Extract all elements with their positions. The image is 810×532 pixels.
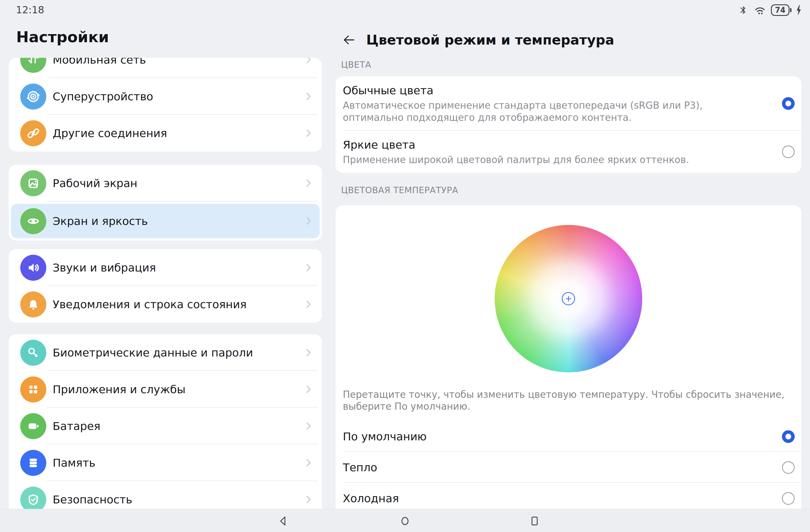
chevron-right-icon [303, 385, 311, 393]
detail-title: Цветовой режим и температура [366, 32, 614, 48]
super-device-icon [20, 84, 46, 110]
status-bar: 12:18 74 [0, 0, 810, 20]
sidebar-item-memory[interactable]: Память [9, 444, 322, 481]
radio-vivid-colors[interactable] [782, 146, 795, 158]
notifications-icon [20, 292, 46, 317]
wheel-hint-text: Перетащите точку, чтобы изменить цветову… [343, 388, 794, 412]
battery-settings-icon [20, 413, 46, 439]
option-vivid-colors[interactable]: Яркие цвета Применение широкой цветовой … [336, 131, 801, 173]
display-brightness-icon [20, 208, 46, 234]
chevron-right-icon [303, 217, 311, 225]
chevron-right-icon [303, 264, 311, 271]
detail-header: Цветовой режим и температура [336, 29, 801, 51]
wheel-marker[interactable]: + [562, 292, 575, 305]
sidebar-card-sound: Звуки и вибрация Уведомления и строка со… [9, 249, 322, 323]
security-shield-icon [20, 487, 46, 509]
memory-icon [20, 450, 46, 476]
nav-home-circle-icon [398, 514, 412, 528]
clock: 12:18 [16, 4, 44, 16]
nav-back-triangle-icon [277, 514, 290, 528]
color-temperature-card: + Перетащите точку, чтобы изменить цвето… [336, 205, 801, 509]
option-normal-colors[interactable]: Обычные цвета Автоматическое применение … [336, 76, 801, 131]
section-header-temperature: ЦВЕТОВАЯ ТЕМПЕРАТУРА [341, 185, 801, 196]
chevron-right-icon [303, 129, 311, 137]
option-default-temp[interactable]: По умолчанию [336, 421, 801, 452]
home-screen-icon [20, 170, 46, 196]
settings-sidebar: Настройки Мобильная сеть Суперустройство [9, 20, 322, 509]
color-mode-card: Обычные цвета Автоматическое применение … [336, 76, 801, 173]
nav-home-button[interactable] [398, 514, 412, 528]
apps-services-icon [20, 377, 46, 402]
sidebar-item-home-screen[interactable]: Рабочий экран [9, 165, 322, 201]
battery-percent: 74 [771, 4, 790, 16]
detail-pane: Цветовой режим и температура ЦВЕТА Обычн… [336, 20, 801, 509]
sidebar-item-apps-services[interactable]: Приложения и службы [9, 371, 322, 408]
navigation-bar [0, 509, 810, 532]
battery-nub [790, 8, 792, 12]
sidebar-item-other-connections[interactable]: Другие соединения [9, 115, 322, 151]
chevron-right-icon [303, 422, 311, 430]
chevron-right-icon [303, 496, 311, 503]
sidebar-item-battery[interactable]: Батарея [9, 408, 322, 444]
other-connections-icon [20, 120, 46, 146]
page-title: Настройки [16, 28, 322, 58]
back-button[interactable] [340, 32, 356, 48]
sidebar-item-mobile-network[interactable]: Мобильная сеть [9, 58, 322, 78]
wifi-icon [753, 3, 767, 17]
nav-back-button[interactable] [277, 514, 290, 528]
bluetooth-icon [738, 3, 749, 17]
sidebar-card-display: Рабочий экран Экран и яркость [9, 165, 322, 240]
battery-indicator: 74 [771, 4, 792, 16]
chevron-right-icon [303, 58, 311, 64]
option-cold-temp[interactable]: Холодная [336, 483, 801, 509]
mobile-network-icon [20, 58, 46, 73]
color-temperature-wheel[interactable]: + [495, 225, 642, 372]
chevron-right-icon [303, 300, 311, 308]
sidebar-item-sound-vibration[interactable]: Звуки и вибрация [9, 249, 322, 286]
radio-cold-temp[interactable] [782, 492, 795, 505]
nav-recents-button[interactable] [528, 514, 541, 528]
chevron-right-icon [303, 459, 311, 467]
biometrics-icon [20, 340, 46, 366]
radio-warm-temp[interactable] [782, 461, 795, 474]
nav-recents-square-icon [528, 514, 541, 528]
sidebar-item-security[interactable]: Безопасность [9, 481, 322, 509]
selected-item-highlight: Экран и яркость [11, 204, 320, 238]
main-area: Настройки Мобильная сеть Суперустройство [0, 20, 810, 509]
sound-vibration-icon [20, 255, 46, 281]
sidebar-card-security: Биометрические данные и пароли Приложени… [9, 334, 322, 509]
charging-icon [796, 5, 802, 16]
sidebar-item-super-device[interactable]: Суперустройство [9, 78, 322, 115]
section-header-colors: ЦВЕТА [341, 60, 801, 70]
radio-normal-colors[interactable] [782, 97, 795, 110]
sidebar-item-biometrics[interactable]: Биометрические данные и пароли [9, 334, 322, 371]
option-warm-temp[interactable]: Тепло [336, 452, 801, 483]
radio-default-temp[interactable] [782, 430, 795, 443]
sidebar-item-notifications[interactable]: Уведомления и строка состояния [9, 286, 322, 323]
chevron-right-icon [303, 349, 311, 356]
chevron-right-icon [303, 93, 311, 100]
back-arrow-icon [342, 33, 355, 47]
sidebar-item-display-brightness[interactable]: Экран и яркость [9, 201, 322, 240]
sidebar-card-connections: Мобильная сеть Суперустройство Другие со… [9, 58, 322, 151]
chevron-right-icon [303, 179, 311, 187]
